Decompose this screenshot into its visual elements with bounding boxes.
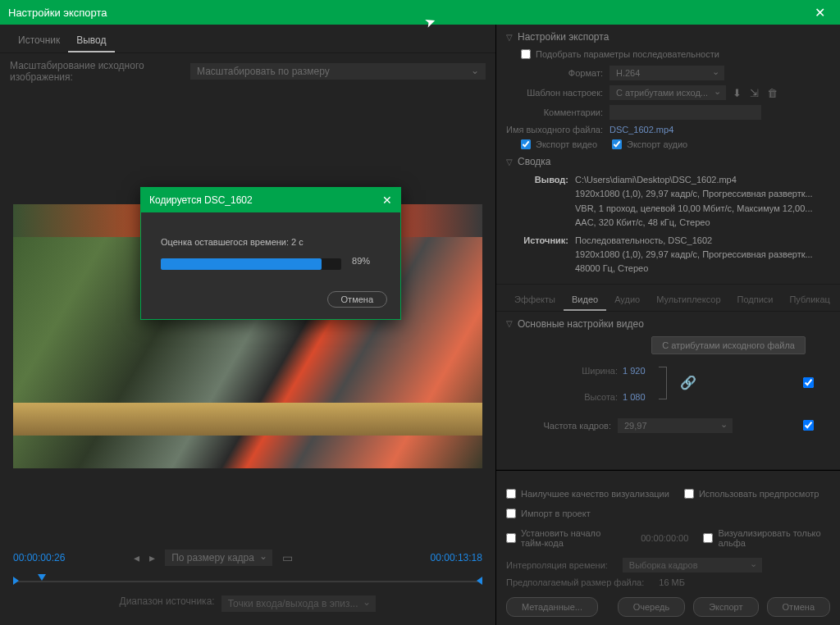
timeline-slider[interactable] [13,573,482,589]
queue-button[interactable]: Очередь [618,597,686,617]
bracket-icon [659,367,667,399]
alpha-only-checkbox[interactable] [703,533,713,543]
export-button[interactable]: Экспорт [693,597,758,617]
best-quality-checkbox[interactable] [506,489,516,499]
tab-audio[interactable]: Аудио [606,291,648,311]
chevron-down-icon[interactable]: ▽ [506,319,513,328]
comments-label: Комментарии: [506,107,603,117]
est-size-label: Предполагаемый размер файла: [506,577,644,587]
export-audio-checkbox[interactable] [612,139,622,149]
fit-dropdown[interactable]: По размеру кадра [165,550,272,566]
link-icon[interactable]: 🔗 [680,375,696,390]
progress-percent: 89% [352,256,370,266]
aspect-icon[interactable]: ▭ [282,551,293,564]
interpolation-label: Интерполяция времени: [506,560,608,570]
window-title: Настройки экспорта [8,7,107,19]
video-basics-header: Основные настройки видео [518,318,644,330]
format-dropdown[interactable]: H.264 [609,66,724,80]
timecode-value: 00:00:00:00 [641,533,688,543]
dialog-title: Кодируется DSC_1602 [149,194,253,206]
tab-source[interactable]: Источник [10,31,68,52]
comments-input[interactable] [609,105,761,120]
chevron-down-icon[interactable]: ▽ [506,157,513,167]
width-label: Ширина: [572,366,618,376]
fps-label: Частота кадров: [506,421,611,431]
match-sequence-label: Подобрать параметры последовательности [536,49,719,59]
export-settings-header: Настройки экспорта [518,31,609,43]
preset-dropdown[interactable]: С атрибутами исход... [609,85,726,100]
chevron-down-icon[interactable]: ▽ [506,33,513,42]
metadata-button[interactable]: Метаданные... [506,597,598,617]
height-value[interactable]: 1 080 [623,392,646,402]
export-video-label: Экспорт видео [536,139,597,149]
set-timecode-checkbox[interactable] [506,533,516,543]
tab-publish[interactable]: Публикац [781,291,838,311]
in-point-icon[interactable] [13,577,19,585]
output-filename-link[interactable]: DSC_1602.mp4 [609,125,673,135]
dialog-close-icon[interactable]: ✕ [382,194,392,207]
scale-label: Масштабирование исходного изображения: [10,60,184,83]
tab-multiplexer[interactable]: Мультиплексор [648,291,728,311]
cancel-button[interactable]: Отмена [767,597,830,617]
time-in[interactable]: 00:00:00:26 [13,552,65,563]
format-label: Формат: [506,68,603,78]
delete-preset-icon[interactable]: 🗑 [767,87,778,99]
fps-dropdown[interactable]: 29,97 [618,418,733,433]
encoding-dialog: Кодируется DSC_1602 ✕ Оценка оставшегося… [140,187,401,320]
width-value[interactable]: 1 920 [623,366,646,376]
time-out[interactable]: 00:00:13:18 [431,552,482,563]
interpolation-dropdown[interactable]: Выборка кадров [623,558,762,573]
height-label: Высота: [572,392,618,402]
source-range-label: Диапазон источника: [120,595,215,612]
settings-pane: ▽Настройки экспорта Подобрать параметры … [495,25,840,625]
est-size-value: 16 МБ [659,577,685,587]
playhead-icon[interactable] [38,574,46,581]
progress-bar [161,258,341,270]
tab-captions[interactable]: Подписи [729,291,782,311]
preview-tabs: Источник Вывод [0,25,495,53]
export-audio-label: Экспорт аудио [627,139,687,149]
export-video-checkbox[interactable] [521,139,531,149]
out-point-icon[interactable] [477,577,482,585]
tab-output[interactable]: Вывод [68,31,114,52]
import-project-checkbox[interactable] [506,509,516,518]
prev-frame-icon[interactable]: ◂ [134,551,139,564]
next-frame-icon[interactable]: ▸ [149,551,155,564]
match-sequence-checkbox[interactable] [521,49,531,59]
match-source-button[interactable]: С атрибутами исходного файла [651,336,806,354]
fps-match-checkbox[interactable] [803,420,814,431]
summary-header: Сводка [518,156,551,167]
time-remaining-label: Оценка оставшегося времени: 2 с [161,237,381,247]
preset-label: Шаблон настроек: [506,88,603,98]
import-preset-icon[interactable]: ⇲ [750,87,759,99]
preview-pane: Источник Вывод Масштабирование исходного… [0,25,495,625]
dialog-titlebar: Кодируется DSC_1602 ✕ [141,188,400,212]
settings-tabs: Эффекты Видео Аудио Мультиплексор Подпис… [496,285,840,312]
save-preset-icon[interactable]: ⬇ [733,87,742,99]
use-preview-checkbox[interactable] [684,489,694,499]
tab-video[interactable]: Видео [564,291,606,311]
window-close-icon[interactable]: ✕ [808,5,832,21]
tab-effects[interactable]: Эффекты [506,291,564,311]
scale-dropdown[interactable]: Масштабировать по размеру [190,63,486,80]
window-titlebar: Настройки экспорта ✕ [0,0,840,25]
outname-label: Имя выходного файла: [506,125,603,135]
dialog-cancel-button[interactable]: Отмена [327,291,387,308]
dimensions-match-checkbox[interactable] [803,377,814,388]
source-range-dropdown[interactable]: Точки входа/выхода в эпиз... [221,595,377,612]
time-bar: 00:00:00:26 ◂ ▸ По размеру кадра ▭ 00:00… [0,543,495,573]
